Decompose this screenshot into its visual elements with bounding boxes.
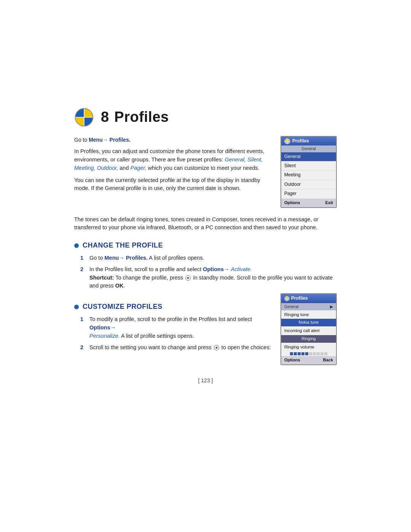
section1-step2: 2 In the Profiles list, scroll to a prof…: [80, 265, 337, 290]
phone-subtitle-2: General ▶: [281, 303, 336, 310]
phone-title-bar-2: Profiles: [281, 294, 336, 303]
intro-text-column: Go to Menu→ Profiles. In Profiles, you c…: [74, 136, 271, 208]
vol-seg-9: [320, 352, 323, 355]
intro-para2: You can see the currently selected profi…: [74, 176, 271, 193]
phone-screen-2: Profiles General ▶ Ringing tone Nokia tu…: [280, 293, 337, 365]
section1-title: CHANGE THE PROFILE: [83, 240, 163, 250]
vol-seg-3: [298, 352, 301, 355]
phone-list-silent: Silent: [281, 161, 336, 171]
chapter-number-title: 8 Profiles: [101, 107, 169, 128]
intro-section: Go to Menu→ Profiles. In Profiles, you c…: [74, 136, 337, 208]
phone-screen2-icon: [284, 296, 290, 301]
step2-activate: Activate.: [231, 266, 252, 272]
step3-personalize: Personalize.: [89, 333, 120, 339]
section1-list: 1 Go to Menu→ Profiles. A list of profil…: [80, 254, 337, 290]
phone-row-ringing-tone-label: Ringing tone: [281, 310, 336, 319]
section2-container: CUSTOMIZE PROFILES 1 To modify a profile…: [74, 293, 337, 365]
phone-row-incoming-value: Ringing: [281, 335, 336, 343]
phone-list-meeting: Meeting: [281, 171, 336, 180]
vol-seg-2: [294, 352, 297, 355]
phone-row-incoming-label: Incoming call alert: [281, 326, 336, 335]
vol-seg-5: [305, 352, 308, 355]
section1-heading: CHANGE THE PROFILE: [74, 240, 337, 250]
chapter-header: 8 Profiles: [74, 107, 337, 128]
section2-step1: 1 To modify a profile, scroll to the pro…: [80, 315, 271, 340]
pager-italic: Pager,: [131, 165, 147, 171]
page-content: 8 Profiles Go to Menu→ Profiles. In Prof…: [0, 0, 411, 532]
scroll-button-icon: [185, 275, 191, 281]
step3-options: Options: [89, 324, 110, 331]
step2-number: 2: [80, 265, 86, 290]
phone-bottom-bar-1: Options Exit: [281, 199, 336, 207]
phone-soft-right-1: Exit: [325, 200, 333, 206]
step2-options: Options: [203, 266, 224, 272]
phone-row-ringing-tone-value: Nokia tune: [281, 319, 336, 326]
vol-seg-1: [290, 352, 293, 355]
step4-number: 2: [80, 343, 86, 352]
chapter-number: 8: [101, 109, 109, 125]
phone-screenshot-1: Profiles General General Silent Meeting …: [280, 136, 337, 208]
intro-para1: In Profiles, you can adjust and customiz…: [74, 147, 271, 172]
step1-profiles: Profiles.: [126, 255, 148, 261]
phone-subtitle-bar-1: General: [281, 145, 336, 152]
vol-seg-10: [324, 352, 327, 355]
section2-list: 1 To modify a profile, scroll to the pro…: [80, 315, 271, 351]
phone-title-1: Profiles: [292, 138, 309, 144]
profiles-list-italic: General, Silent, Meeting, Outdoor,: [74, 157, 263, 171]
shortcut-label: Shortcut:: [89, 275, 114, 281]
phone-screen-1: Profiles General General Silent Meeting …: [280, 136, 337, 208]
phone-screen-icon: [284, 138, 290, 144]
section2-bullet: [74, 305, 79, 309]
intro-para3: The tones can be default ringing tones, …: [74, 216, 337, 232]
scroll-button-icon-2: [214, 345, 219, 350]
phone-row-volume-label: Ringing volume: [281, 343, 336, 351]
chapter-icon: [74, 107, 94, 127]
step1-number: 1: [80, 254, 86, 262]
section2-title: CUSTOMIZE PROFILES: [83, 302, 162, 312]
step1-content: Go to Menu→ Profiles. A list of profiles…: [89, 254, 337, 262]
phone-bottom-bar-2: Options Back: [281, 356, 336, 364]
step3-content: To modify a profile, scroll to the profi…: [89, 315, 271, 340]
phone-title-2: Profiles: [291, 295, 308, 302]
step3-number: 1: [80, 315, 86, 340]
phone-list-pager: Pager: [281, 189, 336, 198]
vol-seg-8: [317, 352, 320, 355]
step2-content: In the Profiles list, scroll to a profil…: [89, 265, 337, 290]
profiles-link: Profiles.: [110, 137, 131, 143]
phone-title-bar-1: Profiles: [281, 137, 336, 145]
step1-menu: Menu: [105, 255, 119, 261]
chapter-title: Profiles: [114, 109, 169, 125]
vol-seg-6: [309, 352, 312, 355]
nav-instruction: Go to Menu→ Profiles.: [74, 136, 271, 144]
phone-soft-left-2: Options: [284, 357, 300, 363]
section2-heading: CUSTOMIZE PROFILES: [74, 302, 271, 312]
phone-list-general: General: [281, 152, 336, 161]
menu-link: Menu: [89, 137, 103, 143]
section1-step1: 1 Go to Menu→ Profiles. A list of profil…: [80, 254, 337, 262]
page-number: [ 123 ]: [74, 377, 337, 384]
phone-list-outdoor: Outdoor: [281, 180, 336, 189]
phone-soft-left-1: Options: [284, 200, 300, 206]
phone-volume-bar: [281, 351, 336, 356]
step4-content: Scroll to the setting you want to change…: [89, 343, 271, 352]
section1-bullet: [74, 243, 79, 248]
vol-seg-4: [301, 352, 304, 355]
phone-screenshot-2: Profiles General ▶ Ringing tone Nokia tu…: [280, 293, 337, 365]
section2-step2: 2 Scroll to the setting you want to chan…: [80, 343, 271, 352]
vol-seg-7: [313, 352, 316, 355]
phone-soft-right-2: Back: [323, 357, 333, 363]
ok-text: OK: [115, 283, 124, 289]
section2-text: CUSTOMIZE PROFILES 1 To modify a profile…: [74, 293, 271, 365]
